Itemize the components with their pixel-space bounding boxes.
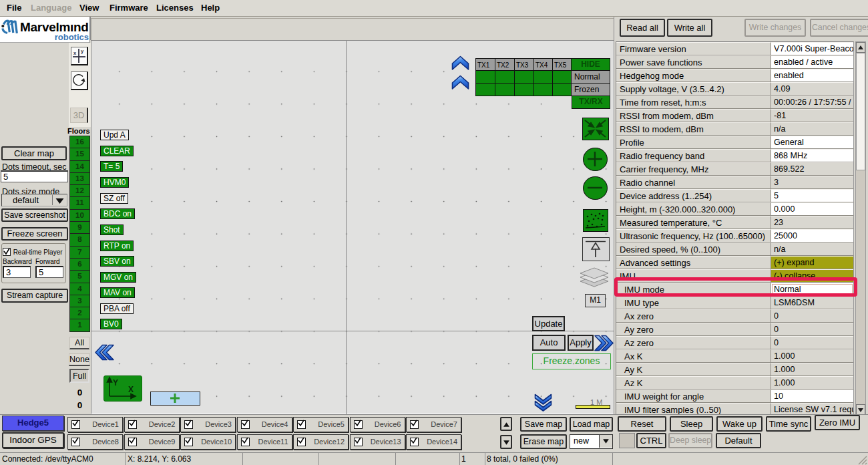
svg-text:X: X [128, 385, 134, 394]
svg-text:Y: Y [113, 378, 118, 388]
svg-text:x: x [73, 50, 77, 56]
svg-text:y: y [81, 48, 84, 54]
